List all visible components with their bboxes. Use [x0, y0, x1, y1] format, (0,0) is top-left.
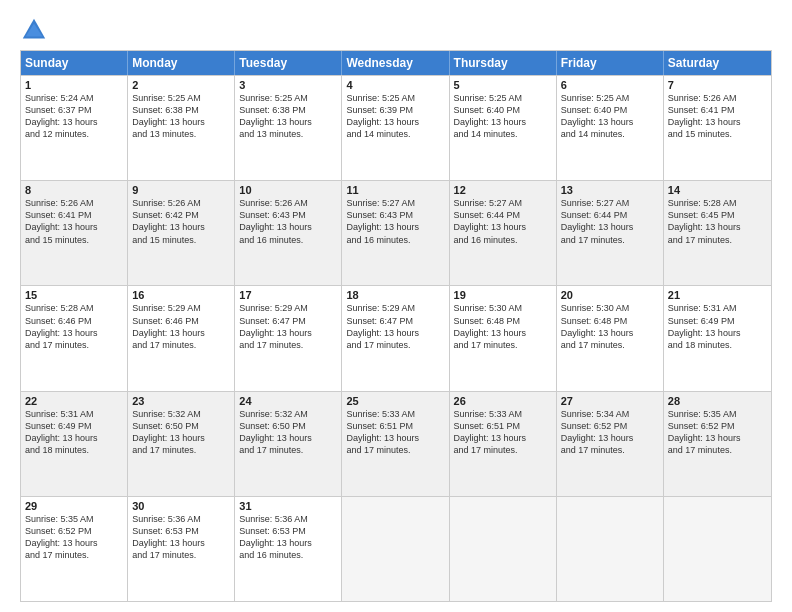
logo-icon — [20, 16, 48, 44]
header-day: Saturday — [664, 51, 771, 75]
cell-details: Sunrise: 5:27 AM Sunset: 6:43 PM Dayligh… — [346, 197, 444, 246]
day-number: 11 — [346, 184, 444, 196]
day-number: 8 — [25, 184, 123, 196]
cell-details: Sunrise: 5:26 AM Sunset: 6:41 PM Dayligh… — [25, 197, 123, 246]
day-number: 12 — [454, 184, 552, 196]
cell-details: Sunrise: 5:32 AM Sunset: 6:50 PM Dayligh… — [132, 408, 230, 457]
calendar-cell: 27Sunrise: 5:34 AM Sunset: 6:52 PM Dayli… — [557, 392, 664, 496]
calendar-row: 29Sunrise: 5:35 AM Sunset: 6:52 PM Dayli… — [21, 496, 771, 601]
cell-details: Sunrise: 5:24 AM Sunset: 6:37 PM Dayligh… — [25, 92, 123, 141]
day-number: 17 — [239, 289, 337, 301]
calendar: SundayMondayTuesdayWednesdayThursdayFrid… — [20, 50, 772, 602]
cell-details: Sunrise: 5:29 AM Sunset: 6:47 PM Dayligh… — [239, 302, 337, 351]
day-number: 5 — [454, 79, 552, 91]
calendar-cell: 21Sunrise: 5:31 AM Sunset: 6:49 PM Dayli… — [664, 286, 771, 390]
cell-details: Sunrise: 5:26 AM Sunset: 6:41 PM Dayligh… — [668, 92, 767, 141]
calendar-cell: 5Sunrise: 5:25 AM Sunset: 6:40 PM Daylig… — [450, 76, 557, 180]
calendar-cell: 28Sunrise: 5:35 AM Sunset: 6:52 PM Dayli… — [664, 392, 771, 496]
day-number: 14 — [668, 184, 767, 196]
cell-details: Sunrise: 5:34 AM Sunset: 6:52 PM Dayligh… — [561, 408, 659, 457]
cell-details: Sunrise: 5:29 AM Sunset: 6:46 PM Dayligh… — [132, 302, 230, 351]
calendar-cell: 22Sunrise: 5:31 AM Sunset: 6:49 PM Dayli… — [21, 392, 128, 496]
day-number: 30 — [132, 500, 230, 512]
calendar-body: 1Sunrise: 5:24 AM Sunset: 6:37 PM Daylig… — [21, 75, 771, 601]
cell-details: Sunrise: 5:25 AM Sunset: 6:38 PM Dayligh… — [239, 92, 337, 141]
cell-details: Sunrise: 5:25 AM Sunset: 6:40 PM Dayligh… — [561, 92, 659, 141]
header — [20, 16, 772, 44]
calendar-cell: 6Sunrise: 5:25 AM Sunset: 6:40 PM Daylig… — [557, 76, 664, 180]
calendar-cell: 12Sunrise: 5:27 AM Sunset: 6:44 PM Dayli… — [450, 181, 557, 285]
calendar-cell: 10Sunrise: 5:26 AM Sunset: 6:43 PM Dayli… — [235, 181, 342, 285]
calendar-cell: 1Sunrise: 5:24 AM Sunset: 6:37 PM Daylig… — [21, 76, 128, 180]
day-number: 4 — [346, 79, 444, 91]
cell-details: Sunrise: 5:31 AM Sunset: 6:49 PM Dayligh… — [668, 302, 767, 351]
day-number: 29 — [25, 500, 123, 512]
day-number: 3 — [239, 79, 337, 91]
cell-details: Sunrise: 5:29 AM Sunset: 6:47 PM Dayligh… — [346, 302, 444, 351]
cell-details: Sunrise: 5:26 AM Sunset: 6:42 PM Dayligh… — [132, 197, 230, 246]
cell-details: Sunrise: 5:26 AM Sunset: 6:43 PM Dayligh… — [239, 197, 337, 246]
cell-details: Sunrise: 5:30 AM Sunset: 6:48 PM Dayligh… — [561, 302, 659, 351]
day-number: 15 — [25, 289, 123, 301]
day-number: 16 — [132, 289, 230, 301]
calendar-cell: 25Sunrise: 5:33 AM Sunset: 6:51 PM Dayli… — [342, 392, 449, 496]
header-day: Sunday — [21, 51, 128, 75]
calendar-cell: 11Sunrise: 5:27 AM Sunset: 6:43 PM Dayli… — [342, 181, 449, 285]
calendar-cell: 19Sunrise: 5:30 AM Sunset: 6:48 PM Dayli… — [450, 286, 557, 390]
cell-details: Sunrise: 5:25 AM Sunset: 6:38 PM Dayligh… — [132, 92, 230, 141]
cell-details: Sunrise: 5:35 AM Sunset: 6:52 PM Dayligh… — [25, 513, 123, 562]
calendar-cell: 16Sunrise: 5:29 AM Sunset: 6:46 PM Dayli… — [128, 286, 235, 390]
page: SundayMondayTuesdayWednesdayThursdayFrid… — [0, 0, 792, 612]
calendar-row: 22Sunrise: 5:31 AM Sunset: 6:49 PM Dayli… — [21, 391, 771, 496]
calendar-header: SundayMondayTuesdayWednesdayThursdayFrid… — [21, 51, 771, 75]
day-number: 6 — [561, 79, 659, 91]
header-day: Wednesday — [342, 51, 449, 75]
calendar-cell — [664, 497, 771, 601]
cell-details: Sunrise: 5:25 AM Sunset: 6:40 PM Dayligh… — [454, 92, 552, 141]
calendar-cell: 17Sunrise: 5:29 AM Sunset: 6:47 PM Dayli… — [235, 286, 342, 390]
day-number: 28 — [668, 395, 767, 407]
day-number: 2 — [132, 79, 230, 91]
logo-area — [20, 16, 52, 44]
calendar-cell: 7Sunrise: 5:26 AM Sunset: 6:41 PM Daylig… — [664, 76, 771, 180]
calendar-cell: 9Sunrise: 5:26 AM Sunset: 6:42 PM Daylig… — [128, 181, 235, 285]
cell-details: Sunrise: 5:25 AM Sunset: 6:39 PM Dayligh… — [346, 92, 444, 141]
day-number: 1 — [25, 79, 123, 91]
day-number: 26 — [454, 395, 552, 407]
calendar-row: 1Sunrise: 5:24 AM Sunset: 6:37 PM Daylig… — [21, 75, 771, 180]
day-number: 22 — [25, 395, 123, 407]
calendar-cell: 4Sunrise: 5:25 AM Sunset: 6:39 PM Daylig… — [342, 76, 449, 180]
day-number: 9 — [132, 184, 230, 196]
day-number: 13 — [561, 184, 659, 196]
cell-details: Sunrise: 5:32 AM Sunset: 6:50 PM Dayligh… — [239, 408, 337, 457]
header-day: Tuesday — [235, 51, 342, 75]
day-number: 27 — [561, 395, 659, 407]
day-number: 20 — [561, 289, 659, 301]
day-number: 24 — [239, 395, 337, 407]
cell-details: Sunrise: 5:28 AM Sunset: 6:46 PM Dayligh… — [25, 302, 123, 351]
calendar-cell — [450, 497, 557, 601]
calendar-cell: 18Sunrise: 5:29 AM Sunset: 6:47 PM Dayli… — [342, 286, 449, 390]
calendar-cell: 20Sunrise: 5:30 AM Sunset: 6:48 PM Dayli… — [557, 286, 664, 390]
calendar-row: 15Sunrise: 5:28 AM Sunset: 6:46 PM Dayli… — [21, 285, 771, 390]
header-day: Friday — [557, 51, 664, 75]
cell-details: Sunrise: 5:36 AM Sunset: 6:53 PM Dayligh… — [239, 513, 337, 562]
header-day: Monday — [128, 51, 235, 75]
day-number: 10 — [239, 184, 337, 196]
calendar-cell: 8Sunrise: 5:26 AM Sunset: 6:41 PM Daylig… — [21, 181, 128, 285]
day-number: 18 — [346, 289, 444, 301]
calendar-row: 8Sunrise: 5:26 AM Sunset: 6:41 PM Daylig… — [21, 180, 771, 285]
cell-details: Sunrise: 5:33 AM Sunset: 6:51 PM Dayligh… — [346, 408, 444, 457]
calendar-cell: 31Sunrise: 5:36 AM Sunset: 6:53 PM Dayli… — [235, 497, 342, 601]
cell-details: Sunrise: 5:33 AM Sunset: 6:51 PM Dayligh… — [454, 408, 552, 457]
calendar-cell: 2Sunrise: 5:25 AM Sunset: 6:38 PM Daylig… — [128, 76, 235, 180]
cell-details: Sunrise: 5:27 AM Sunset: 6:44 PM Dayligh… — [454, 197, 552, 246]
calendar-cell: 3Sunrise: 5:25 AM Sunset: 6:38 PM Daylig… — [235, 76, 342, 180]
calendar-cell: 24Sunrise: 5:32 AM Sunset: 6:50 PM Dayli… — [235, 392, 342, 496]
calendar-cell: 29Sunrise: 5:35 AM Sunset: 6:52 PM Dayli… — [21, 497, 128, 601]
calendar-cell: 14Sunrise: 5:28 AM Sunset: 6:45 PM Dayli… — [664, 181, 771, 285]
day-number: 25 — [346, 395, 444, 407]
cell-details: Sunrise: 5:28 AM Sunset: 6:45 PM Dayligh… — [668, 197, 767, 246]
header-day: Thursday — [450, 51, 557, 75]
calendar-cell: 26Sunrise: 5:33 AM Sunset: 6:51 PM Dayli… — [450, 392, 557, 496]
